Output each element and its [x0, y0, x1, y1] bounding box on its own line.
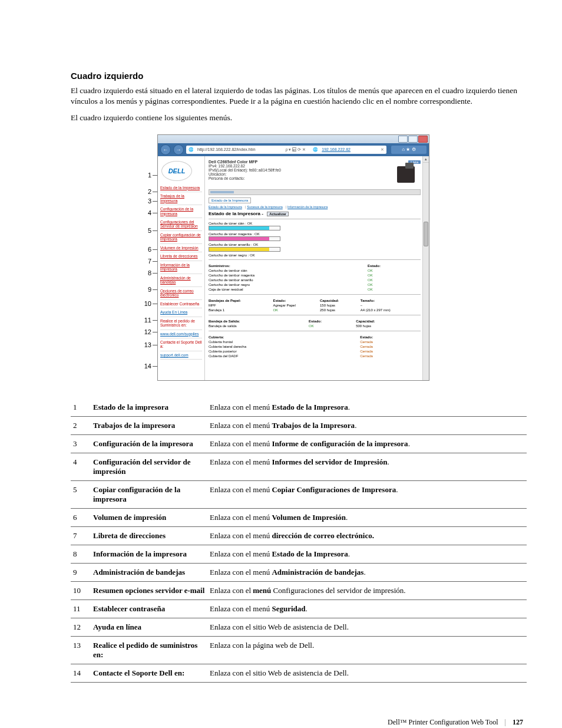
- def-term: Estado de la impresora: [91, 398, 207, 417]
- callout-14: 14: [134, 363, 151, 370]
- def-term: Configuración del servidor de impresión: [91, 453, 207, 480]
- def-number: 3: [71, 434, 91, 453]
- sidebar-item[interactable]: Copiar configuración de impresora: [160, 233, 202, 242]
- toner-black-label: Cartucho de tóner negro : OK: [209, 253, 421, 257]
- device-model: Dell C2665dnf Color MFP: [209, 160, 281, 164]
- toolbar-icons[interactable]: ⌂ ★ ⚙: [391, 146, 427, 154]
- cover-status: Cerrada: [360, 340, 421, 344]
- def-description: Enlaza con el menú Volumen de Impresión.: [207, 508, 527, 526]
- cover-name: Cubierta posterior: [209, 349, 360, 354]
- definition-row: 11Establecer contraseñaEnlaza con el men…: [71, 599, 527, 618]
- sidebar-item[interactable]: Trabajos de la Impresora: [160, 194, 202, 203]
- left-sidebar: DELL Estado de la ImpresoraTrabajos de l…: [158, 156, 205, 380]
- def-number: 9: [71, 563, 91, 581]
- back-button[interactable]: ←: [160, 144, 171, 155]
- device-location-label: Ubicación:: [209, 172, 281, 176]
- page-footer: Dell™ Printer Configuration Web Tool | 1…: [71, 718, 527, 727]
- def-description: Enlaza con la página web de Dell.: [207, 636, 527, 664]
- window-titlebar: [158, 135, 429, 143]
- sidebar-item[interactable]: Configuración de la impresora: [160, 207, 202, 216]
- horizontal-scroll[interactable]: [209, 189, 421, 195]
- def-term: Copiar configuración de la impresora: [91, 480, 207, 508]
- definition-row: 1Estado de la impresoraEnlaza con el men…: [71, 398, 527, 417]
- link-events[interactable]: Sucesos de la impresora: [247, 205, 283, 209]
- def-term: Contacte el Soporte Dell en:: [91, 664, 207, 682]
- cover-name: Cubierta frontal: [209, 340, 360, 344]
- callout-10: 10: [134, 301, 151, 307]
- def-number: 12: [71, 618, 91, 636]
- supply-status: OK: [368, 273, 421, 278]
- section-heading: Cuadro izquierdo: [71, 71, 527, 81]
- device-ipv4: IPv4: 192.168.222.82: [209, 164, 281, 168]
- definition-row: 10Resumen opciones servidor e-mailEnlaza…: [71, 581, 527, 599]
- def-number: 8: [71, 545, 91, 563]
- sidebar-item[interactable]: support.dell.com: [160, 353, 202, 357]
- sidebar-item[interactable]: Contacte el Soporte Dell a:: [160, 340, 202, 349]
- sidebar-item[interactable]: Realice el pedido de Suministros en:: [160, 319, 202, 328]
- definition-row: 8Información de la impresoraEnlaza con e…: [71, 545, 527, 563]
- tab-strip: Estado de la Impresora: [209, 197, 421, 203]
- url-field[interactable]: 🌐 http://192.168.222.82/index.htm ρ ▾ 🗟 …: [186, 146, 386, 154]
- supplies-table: Suministros:Estado: Cartucho de tambor c…: [209, 263, 421, 292]
- sidebar-item[interactable]: www.dell.com/supplies: [160, 332, 202, 336]
- toner-cyan-label: Cartucho de tóner cián : OK: [209, 222, 421, 225]
- min-button[interactable]: [398, 136, 408, 143]
- def-description: Enlaza con el menú Seguridad.: [207, 599, 527, 618]
- def-description: Enlaza con el menú Trabajos de la Impres…: [207, 416, 527, 434]
- max-button[interactable]: [408, 136, 418, 143]
- def-description: Enlaza con el sitio Web de asistencia de…: [207, 664, 527, 682]
- device-ipv6: IPv6(Local del Enlace): fe80::a814:58ff:…: [209, 168, 281, 172]
- main-pane: Dell C2665dnf Color MFP IPv4: 192.168.22…: [205, 156, 429, 380]
- definition-row: 3Configuración de la impresoraEnlaza con…: [71, 434, 527, 453]
- def-description: Enlaza con el menú dirección de correo e…: [207, 526, 527, 545]
- def-number: 11: [71, 599, 91, 618]
- browser-window: ← → 🌐 http://192.168.222.82/index.htm ρ …: [157, 134, 429, 381]
- def-term: Configuración de la impresora: [91, 434, 207, 453]
- def-description: Enlaza con el menú Informe de configurac…: [207, 434, 527, 453]
- refresh-button[interactable]: Actualizar: [267, 212, 289, 216]
- sidebar-item[interactable]: Estado de la Impresora: [160, 186, 202, 190]
- link-info[interactable]: Información de la impresora: [287, 205, 328, 209]
- callout-13: 13: [134, 342, 151, 348]
- sidebar-item[interactable]: Configuraciones del Servidor de Impresió…: [160, 220, 202, 229]
- def-description: Enlaza con el menú Informes del servidor…: [207, 453, 527, 480]
- sidebar-item[interactable]: Volumen de Impresión: [160, 246, 202, 250]
- covers-table: Cubierta: Estado: Cubierta frontalCerrad…: [209, 335, 421, 358]
- supply-status: OK: [368, 268, 421, 273]
- sidebar-item[interactable]: Ayuda En Línea: [160, 310, 202, 314]
- cover-status: Cerrada: [360, 349, 421, 354]
- def-number: 13: [71, 636, 91, 664]
- toner-yellow-label: Cartucho de tóner amarillo : OK: [209, 243, 421, 246]
- status-section-title: Estado de la Impresora - Actualizar: [209, 211, 421, 216]
- footer-separator: |: [505, 718, 506, 726]
- def-term: Volumen de impresión: [91, 508, 207, 526]
- sidebar-item[interactable]: Opciones de correo electrónico: [160, 289, 202, 298]
- def-number: 7: [71, 526, 91, 545]
- callout-3: 3: [134, 198, 151, 205]
- forward-button[interactable]: →: [173, 144, 184, 155]
- tray-name: Bandeja 1: [209, 308, 273, 312]
- sidebar-item[interactable]: Establecer Contraseña: [160, 302, 202, 306]
- callout-12: 12: [134, 329, 151, 335]
- close-button[interactable]: [418, 136, 428, 143]
- sidebar-item[interactable]: Información de la impresora: [160, 263, 202, 272]
- address-bar: ← → 🌐 http://192.168.222.82/index.htm ρ …: [158, 143, 429, 156]
- link-status[interactable]: Estado de la Impresora: [209, 205, 242, 209]
- def-number: 4: [71, 453, 91, 480]
- footer-page-number: 127: [513, 718, 523, 726]
- trays-table: Bandejas de Papel: Estado: Capacidad: Ta…: [209, 298, 421, 312]
- toner-magenta-label: Cartucho de tóner magenta : OK: [209, 232, 421, 236]
- def-term: Resumen opciones servidor e-mail: [91, 581, 207, 599]
- vertical-scrollbar[interactable]: ▴: [422, 156, 429, 380]
- definition-row: 13Realice el pedido de suministros en:En…: [71, 636, 527, 664]
- definition-row: 14Contacte el Soporte Dell en:Enlaza con…: [71, 664, 527, 682]
- def-term: Ayuda en línea: [91, 618, 207, 636]
- supply-status: OK: [368, 282, 421, 287]
- embedded-screenshot: 1234567891011121314 ← → 🌐 http://192.168…: [157, 134, 440, 381]
- def-number: 14: [71, 664, 91, 682]
- supply-status: OK: [368, 287, 421, 292]
- tab-printer-status[interactable]: Estado de la Impresora: [209, 197, 251, 203]
- sidebar-item[interactable]: Libreta de direcciones: [160, 254, 202, 258]
- sidebar-item[interactable]: Administración de bandejas: [160, 276, 202, 285]
- callout-5: 5: [134, 228, 151, 234]
